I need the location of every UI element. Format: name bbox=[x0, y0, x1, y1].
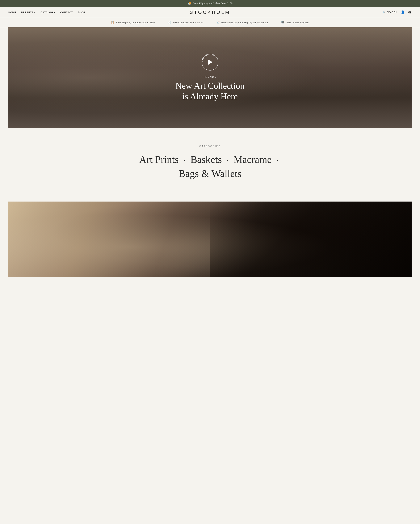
nav-right: 🔍 SEARCH 👤 🛍 bbox=[383, 10, 411, 14]
feature-payment: 🖥️ Safe Online Payment bbox=[281, 21, 309, 24]
presets-chevron-icon: ▾ bbox=[34, 11, 35, 13]
categories-section: CATEGORIES Art Prints · Baskets · Macram… bbox=[0, 128, 420, 193]
account-icon: 👤 bbox=[401, 10, 405, 14]
cart-button[interactable]: 🛍 bbox=[408, 10, 411, 14]
feature-shipping: 📋 Free Shipping on Orders Over $150 bbox=[111, 21, 155, 24]
announcement-bar: 🚚 Free Shipping on Orders Over $150 bbox=[0, 0, 420, 7]
announcement-text: Free Shipping on Orders Over $150 bbox=[193, 2, 232, 5]
cart-icon: 🛍 bbox=[408, 10, 411, 14]
feature-handmade-text: Handmade Only and High-Quality Materials bbox=[221, 21, 268, 24]
shipping-icon: 📋 bbox=[111, 21, 114, 24]
svg-text:STOCKHOLM · STOCKHOLM ·: STOCKHOLM · STOCKHOLM · bbox=[200, 52, 217, 63]
category-art-prints[interactable]: Art Prints bbox=[139, 154, 179, 165]
categories-list: Art Prints · Baskets · Macrame · Bags & … bbox=[9, 152, 411, 181]
hero-section: STOCKHOLM · STOCKHOLM · TRENDS New Art C… bbox=[9, 27, 411, 128]
categories-label: CATEGORIES bbox=[9, 145, 411, 147]
feature-shipping-text: Free Shipping on Orders Over $150 bbox=[116, 21, 155, 24]
account-button[interactable]: 👤 bbox=[401, 10, 405, 14]
category-bags-wallets[interactable]: Bags & Wallets bbox=[178, 168, 241, 179]
dot-3: · bbox=[277, 157, 278, 164]
circular-text-svg: STOCKHOLM · STOCKHOLM · bbox=[200, 52, 221, 73]
search-button[interactable]: 🔍 SEARCH bbox=[383, 11, 397, 13]
hero-label: TRENDS bbox=[175, 76, 245, 78]
nav-catalog[interactable]: CATALOG ▾ bbox=[41, 11, 55, 14]
category-baskets[interactable]: Baskets bbox=[191, 154, 222, 165]
nav-blog[interactable]: BLOG bbox=[78, 11, 86, 14]
nav-home[interactable]: HOME bbox=[9, 11, 16, 14]
main-nav: HOME PRESETS ▾ CATALOG ▾ CONTACT BLOG ST… bbox=[0, 7, 420, 18]
play-button[interactable]: STOCKHOLM · STOCKHOLM · bbox=[201, 54, 219, 70]
catalog-chevron-icon: ▾ bbox=[54, 11, 55, 13]
feature-collection-text: New Collection Every Month bbox=[173, 21, 203, 24]
scissors-icon: ✂️ bbox=[216, 21, 219, 24]
hero-content: STOCKHOLM · STOCKHOLM · TRENDS New Art C… bbox=[175, 54, 245, 102]
truck-icon: 🚚 bbox=[188, 2, 191, 5]
bottom-image bbox=[9, 201, 411, 277]
hero-title: New Art Collection is Already Here bbox=[175, 81, 245, 102]
search-icon: 🔍 bbox=[383, 11, 386, 13]
category-macrame[interactable]: Macrame bbox=[234, 154, 271, 165]
payment-icon: 🖥️ bbox=[281, 21, 285, 24]
nav-left: HOME PRESETS ▾ CATALOG ▾ CONTACT BLOG bbox=[9, 11, 86, 14]
clock-icon: 🕐 bbox=[167, 21, 171, 24]
brand-logo[interactable]: STOCKHOLM bbox=[190, 10, 230, 15]
features-strip: 📋 Free Shipping on Orders Over $150 🕐 Ne… bbox=[0, 18, 420, 27]
nav-contact[interactable]: CONTACT bbox=[60, 11, 73, 14]
nav-presets[interactable]: PRESETS ▾ bbox=[21, 11, 35, 14]
feature-payment-text: Safe Online Payment bbox=[286, 21, 309, 24]
brand-center: STOCKHOLM bbox=[190, 10, 230, 15]
feature-handmade: ✂️ Handmade Only and High-Quality Materi… bbox=[216, 21, 268, 24]
dot-1: · bbox=[184, 157, 185, 164]
dot-2: · bbox=[227, 157, 228, 164]
feature-collection: 🕐 New Collection Every Month bbox=[167, 21, 203, 24]
dark-right-overlay bbox=[210, 201, 411, 277]
